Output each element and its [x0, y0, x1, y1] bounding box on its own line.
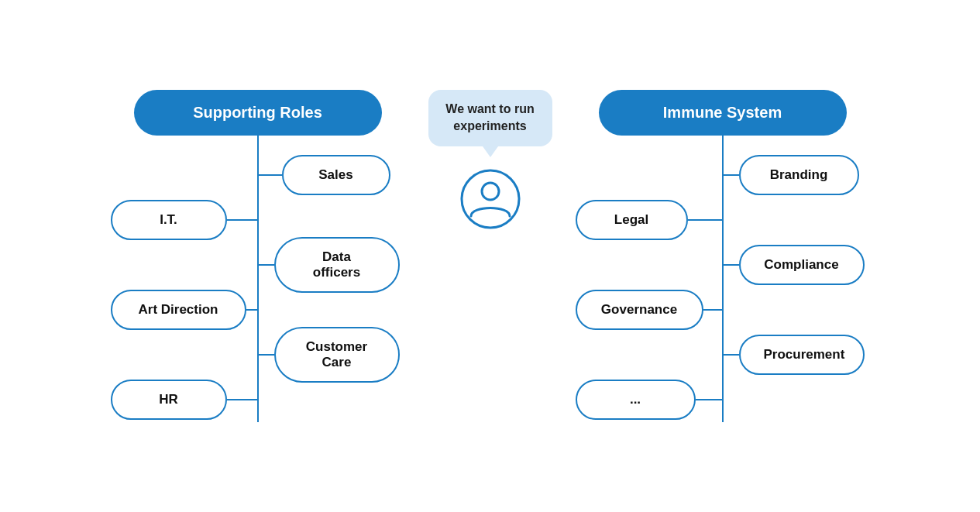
left-item-it: I.T.	[111, 200, 227, 240]
spacer	[111, 264, 259, 266]
hline	[703, 309, 722, 311]
hline	[227, 399, 257, 400]
right-item-legal: Legal	[576, 200, 688, 240]
right-item-compliance: Compliance	[739, 245, 865, 285]
spacer	[576, 174, 724, 176]
left-item-art-direction: Art Direction	[111, 290, 246, 330]
right-item-procurement: Procurement	[739, 335, 865, 375]
hline	[688, 219, 722, 221]
right-header-connector	[722, 136, 724, 153]
hline	[259, 354, 274, 356]
hline	[724, 174, 739, 176]
left-item-hr: HR	[111, 380, 227, 420]
hline	[259, 264, 274, 266]
hline	[227, 219, 257, 221]
right-header-area: Immune System	[576, 90, 870, 153]
right-items-area: Branding Legal Compliance	[576, 153, 870, 422]
right-item-governance: Governance	[576, 290, 703, 330]
svg-point-1	[482, 183, 499, 200]
left-header-area: Supporting Roles	[111, 90, 405, 153]
hline	[696, 399, 722, 400]
person-svg	[459, 168, 521, 230]
hline	[724, 354, 739, 356]
right-header-pill: Immune System	[599, 90, 847, 136]
right-item-branding: Branding	[739, 155, 859, 195]
right-item-ellipsis: ...	[576, 380, 696, 420]
right-vline	[722, 153, 724, 422]
left-vline	[257, 153, 259, 422]
left-header-connector	[257, 136, 259, 153]
spacer	[576, 264, 724, 266]
speech-bubble: We want to run experiments	[428, 90, 552, 146]
left-column: Supporting Roles Sales I.T.	[111, 90, 405, 422]
left-item-data-officers: Data officers	[274, 237, 400, 293]
left-items-area: Sales I.T. Data officers	[111, 153, 405, 422]
spacer	[576, 354, 724, 356]
left-header-pill: Supporting Roles	[134, 90, 382, 136]
center-column: We want to run experiments	[405, 90, 576, 233]
spacer	[111, 174, 259, 176]
spacer	[111, 354, 259, 356]
left-item-sales: Sales	[282, 155, 390, 195]
hline	[724, 264, 739, 266]
right-column: Immune System Branding Legal	[576, 90, 870, 422]
hline	[246, 309, 257, 311]
person-icon	[459, 168, 521, 233]
left-item-customer-care: Customer Care	[274, 327, 400, 383]
hline	[259, 174, 282, 176]
diagram: Supporting Roles Sales I.T.	[0, 74, 980, 438]
